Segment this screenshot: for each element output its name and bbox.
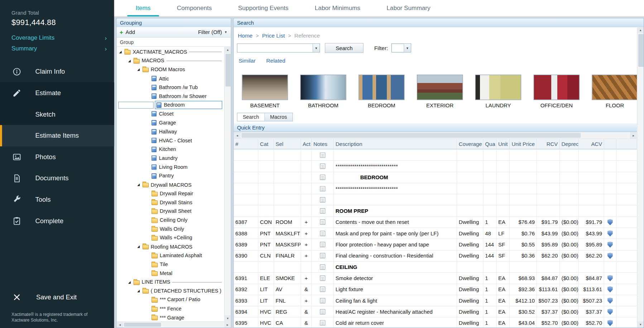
scroll-thumb[interactable] <box>124 323 161 327</box>
tree-caret[interactable]: ◢ <box>119 50 125 54</box>
shield-icon[interactable] <box>607 309 613 315</box>
scroll-up-arrow[interactable]: ▲ <box>638 27 644 33</box>
scroll-down-arrow[interactable]: ▼ <box>225 315 231 321</box>
shield-icon[interactable] <box>607 298 613 304</box>
note-icon[interactable] <box>320 253 325 259</box>
col-header-sel[interactable]: Sel <box>274 139 301 150</box>
tree-item-laminated-asphalt[interactable]: Laminated Asphalt <box>117 251 224 260</box>
search-input[interactable] <box>237 44 313 52</box>
sidebar-item-estimate[interactable]: Estimate <box>0 82 114 104</box>
thumbnail-floor[interactable]: FLOOR <box>592 75 637 109</box>
tree-caret[interactable]: ◢ <box>128 59 134 63</box>
tree-item-drywall-sheet[interactable]: Drywall Sheet <box>117 207 224 216</box>
sidebar-item-tools[interactable]: Tools <box>0 189 114 210</box>
note-icon[interactable] <box>320 320 325 325</box>
add-group-button[interactable]: + Add <box>120 29 135 35</box>
col-header-notes[interactable]: Notes <box>312 139 334 150</box>
search-dropdown-button[interactable]: ▾ <box>313 44 319 52</box>
tree-caret[interactable]: ◢ <box>137 183 143 186</box>
shield-icon[interactable] <box>607 320 613 326</box>
col-header-act[interactable]: Act <box>301 139 312 150</box>
tree-item-xactimate-macros[interactable]: ◢XACTIMATE_MACROS <box>117 48 224 57</box>
tab-labor-minimums[interactable]: Labor Minimums <box>307 0 369 16</box>
tree-caret[interactable]: ◢ <box>137 68 143 72</box>
tree-item-metal[interactable]: Metal <box>117 269 224 278</box>
note-icon[interactable] <box>320 152 325 158</box>
tree-item-garage[interactable]: *** Garage <box>117 313 224 322</box>
tree-item-bedroom[interactable]: Bedroom <box>117 101 224 109</box>
breadcrumb-home[interactable]: Home <box>238 33 253 39</box>
col-header-unit[interactable]: Unit <box>496 139 510 150</box>
subtab-macros[interactable]: Macros <box>265 113 293 121</box>
tree-item-drywall-stains[interactable]: Drywall Stains <box>117 198 224 207</box>
sidebar-item-sketch[interactable]: Sketch <box>0 104 114 125</box>
scroll-thumb[interactable] <box>638 34 644 67</box>
tree-item-hvac-closet[interactable]: HVAC - Closet <box>117 136 224 145</box>
scroll-left-arrow[interactable]: ◄ <box>234 132 240 138</box>
tree-item-closet[interactable]: Closet <box>117 109 224 118</box>
tree-item-garage[interactable]: Garage <box>117 118 224 127</box>
tree-item-drywall-repair[interactable]: Drywall Repair <box>117 189 224 198</box>
tree-caret[interactable]: ◢ <box>137 245 143 249</box>
tree-item-room-macros[interactable]: ◢ROOM Macros <box>117 65 224 74</box>
quick-entry-row[interactable]: ROOM PREP <box>234 206 637 217</box>
quick-entry-row[interactable]: ****************************** <box>234 161 637 172</box>
quick-entry-row-6394[interactable]: 6394HVCREG&Heat/AC register - Mechanical… <box>234 306 637 317</box>
tree-item-line-items[interactable]: ◢LINE ITEMS <box>117 278 224 287</box>
quick-entry-row[interactable] <box>234 195 637 206</box>
filter-dropdown[interactable]: ▾ <box>391 44 411 53</box>
col-header-desc[interactable]: Description <box>334 139 457 150</box>
note-icon[interactable] <box>320 309 325 314</box>
sidebar-item-photos[interactable]: Photos <box>0 146 114 168</box>
scroll-track[interactable] <box>241 132 630 138</box>
note-icon[interactable] <box>320 186 325 191</box>
tree-item-walls-ceiling[interactable]: Walls +Ceiling <box>117 234 224 243</box>
tree-item-detached-structures[interactable]: ◢( DETACHED STRUCTURES ) <box>117 287 224 295</box>
sidebar-item-save-and-exit[interactable]: Save and Exit <box>0 287 114 308</box>
tree-item-fence[interactable]: *** Fence <box>117 304 224 313</box>
col-header-coverage[interactable]: Coverage <box>457 139 483 150</box>
tree-item-kitchen[interactable]: Kitchen <box>117 145 224 154</box>
tree-item-bathroom-w-tub[interactable]: Bathroom /w Tub <box>117 83 224 92</box>
tree-item-attic[interactable]: Attic <box>117 74 224 83</box>
note-icon[interactable] <box>320 287 325 292</box>
quick-entry-row-6395[interactable]: 6395HVCCA&Cold air return coverDwelling1… <box>234 318 637 328</box>
col-header-rcv[interactable]: RCV <box>537 139 560 150</box>
grouping-vertical-scrollbar[interactable]: ▲ ▼ <box>224 47 231 322</box>
note-icon[interactable] <box>320 298 325 303</box>
tree-item-macros[interactable]: ◢MACROS <box>117 57 224 65</box>
tree-item-bathroom-w-shower[interactable]: Bathroom /w Shower <box>117 92 224 101</box>
scroll-right-arrow[interactable]: ► <box>224 322 231 328</box>
scroll-track[interactable] <box>638 33 644 322</box>
tab-supporting-events[interactable]: Supporting Events <box>230 0 297 16</box>
tree-caret[interactable]: ◢ <box>128 280 134 284</box>
breadcrumb-price-list[interactable]: Price List <box>262 33 285 39</box>
scroll-thumb[interactable] <box>226 54 231 87</box>
shield-icon[interactable] <box>607 275 613 281</box>
quick-entry-row[interactable]: CEILING <box>234 261 637 273</box>
quick-entry-row-6393[interactable]: 6393LITFNL+Ceiling fan & lightDwelling1E… <box>234 295 637 306</box>
tree-item-tile[interactable]: Tile <box>117 260 224 269</box>
note-icon[interactable] <box>320 242 325 247</box>
thumbnail-exterior[interactable]: EXTERIOR <box>417 75 463 109</box>
sidebar-link-coverage-limits[interactable]: Coverage Limits› <box>0 33 114 43</box>
sidebar-link-summary[interactable]: Summary› <box>0 43 114 54</box>
thumbnail-laundry[interactable]: LAUNDRY <box>475 75 521 109</box>
note-icon[interactable] <box>320 197 325 202</box>
tree-rename-input[interactable] <box>118 102 154 108</box>
scroll-right-arrow[interactable]: ► <box>630 132 637 138</box>
shield-icon[interactable] <box>607 241 613 248</box>
shield-icon[interactable] <box>607 219 613 225</box>
thumbnail-bathroom[interactable]: BATHROOM <box>300 75 346 109</box>
quick-entry-row[interactable]: BEDROOM <box>234 172 637 183</box>
scroll-thumb[interactable] <box>241 133 581 138</box>
scroll-track[interactable] <box>123 322 224 328</box>
quick-entry-row-6387[interactable]: 6387CONROOM+Contents - move out then res… <box>234 217 637 228</box>
note-icon[interactable] <box>320 208 325 214</box>
thumbnail-basement[interactable]: BASEMENT <box>242 75 288 109</box>
link-related[interactable]: Related <box>266 58 285 64</box>
grouping-horizontal-scrollbar[interactable]: ◄ ► <box>117 322 231 328</box>
note-icon[interactable] <box>320 175 325 180</box>
tree-item-walls-only[interactable]: Walls Only <box>117 225 224 234</box>
sidebar-item-claim-info[interactable]: Claim Info <box>0 61 114 83</box>
